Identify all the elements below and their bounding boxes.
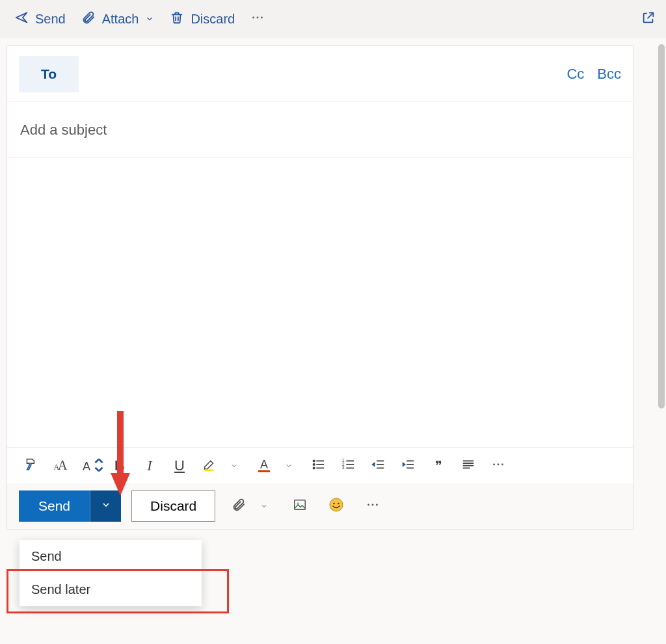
outdent-button[interactable] — [366, 453, 391, 478]
font-size-icon: AA — [53, 458, 66, 473]
emoji-icon — [328, 497, 344, 515]
font-color-button[interactable]: A — [252, 453, 276, 478]
top-more-button[interactable] — [243, 7, 273, 32]
more-icon — [366, 498, 380, 515]
to-label: To — [41, 66, 57, 82]
chevron-down-icon — [145, 12, 154, 27]
top-discard-label: Discard — [191, 12, 235, 27]
to-row: To Cc Bcc — [7, 46, 633, 102]
image-icon — [292, 498, 308, 515]
svg-point-26 — [493, 463, 495, 465]
paragraph-icon — [461, 457, 475, 474]
insert-image-button[interactable] — [287, 493, 313, 519]
attach-button-bottom[interactable] — [226, 493, 252, 519]
top-attach-label: Attach — [102, 12, 139, 27]
highlight-group — [197, 453, 246, 478]
svg-point-32 — [333, 503, 335, 505]
italic-button[interactable]: I — [137, 453, 162, 478]
svg-point-31 — [330, 498, 343, 511]
formatting-bar: AA A B I U A — [7, 447, 633, 483]
bcc-button[interactable]: Bcc — [597, 66, 621, 83]
chevron-down-icon — [101, 500, 111, 513]
svg-point-36 — [376, 504, 378, 506]
send-icon — [14, 10, 29, 28]
format-painter-icon — [23, 457, 37, 474]
format-more-button[interactable] — [486, 453, 511, 478]
font-size-button[interactable]: AA — [47, 453, 72, 478]
outdent-icon — [371, 457, 386, 474]
bullets-button[interactable] — [306, 453, 331, 478]
highlight-chevron[interactable] — [222, 453, 246, 478]
trash-icon — [170, 10, 184, 28]
indent-button[interactable] — [396, 453, 421, 478]
quote-button[interactable]: ❞ — [426, 453, 451, 478]
more-icon — [250, 10, 265, 28]
message-body[interactable] — [7, 158, 633, 447]
popout-button[interactable] — [637, 7, 659, 32]
paperclip-icon — [232, 498, 246, 515]
top-send-label: Send — [35, 12, 66, 27]
svg-text:3: 3 — [342, 465, 345, 470]
cc-button[interactable]: Cc — [566, 66, 584, 83]
svg-point-35 — [372, 504, 374, 506]
bottom-action-bar: Send Discard — [7, 483, 633, 529]
svg-rect-29 — [295, 500, 306, 510]
font-color-icon: A — [258, 459, 270, 472]
font-color-group: A — [252, 453, 301, 478]
svg-point-2 — [261, 16, 263, 18]
highlight-button[interactable] — [197, 453, 222, 478]
format-painter-button[interactable] — [18, 453, 42, 478]
underline-button[interactable]: U — [167, 453, 192, 478]
svg-point-4 — [313, 460, 314, 461]
cc-bcc-area: Cc Bcc — [566, 66, 621, 83]
emoji-button[interactable] — [323, 493, 349, 519]
numbers-button[interactable]: 123 — [336, 453, 361, 478]
font-scale-button[interactable]: A — [77, 453, 102, 478]
top-discard-button[interactable]: Discard — [162, 7, 243, 32]
highlight-icon — [202, 457, 217, 474]
attach-group-bottom — [226, 493, 276, 519]
font-scale-icon: A — [83, 459, 97, 473]
menu-item-send[interactable]: Send — [20, 540, 202, 573]
send-split-button: Send — [19, 490, 121, 522]
svg-point-27 — [498, 463, 500, 465]
numbers-icon: 123 — [341, 457, 356, 474]
popout-icon — [641, 13, 656, 27]
subject-row — [7, 102, 633, 158]
svg-point-0 — [252, 16, 254, 18]
svg-point-1 — [257, 16, 259, 18]
send-dropdown-menu: Send Send later — [20, 540, 202, 606]
paragraph-button[interactable] — [456, 453, 481, 478]
bullets-icon — [312, 457, 326, 474]
paperclip-icon — [81, 10, 96, 28]
more-icon — [491, 457, 505, 474]
compose-top-toolbar: Send Attach Discard — [0, 0, 666, 38]
send-dropdown-button[interactable] — [90, 490, 121, 522]
svg-point-8 — [313, 467, 314, 468]
scrollbar[interactable] — [658, 44, 665, 409]
top-attach-button[interactable]: Attach — [73, 7, 163, 32]
menu-item-send-later[interactable]: Send later — [20, 573, 202, 606]
bold-button[interactable]: B — [107, 453, 132, 478]
send-button[interactable]: Send — [19, 490, 90, 522]
top-send-button[interactable]: Send — [7, 7, 73, 32]
svg-rect-3 — [205, 469, 213, 471]
indent-icon — [401, 457, 416, 474]
subject-input[interactable] — [20, 122, 620, 139]
svg-point-34 — [367, 504, 369, 506]
to-button[interactable]: To — [19, 56, 79, 92]
attach-chevron-bottom[interactable] — [252, 494, 276, 518]
discard-button[interactable]: Discard — [131, 490, 215, 522]
svg-point-6 — [313, 463, 314, 464]
svg-point-28 — [501, 463, 503, 465]
compose-card: To Cc Bcc AA A B I U — [7, 46, 633, 530]
svg-point-33 — [338, 503, 340, 505]
bottom-more-button[interactable] — [360, 493, 386, 519]
font-color-chevron[interactable] — [276, 453, 301, 478]
